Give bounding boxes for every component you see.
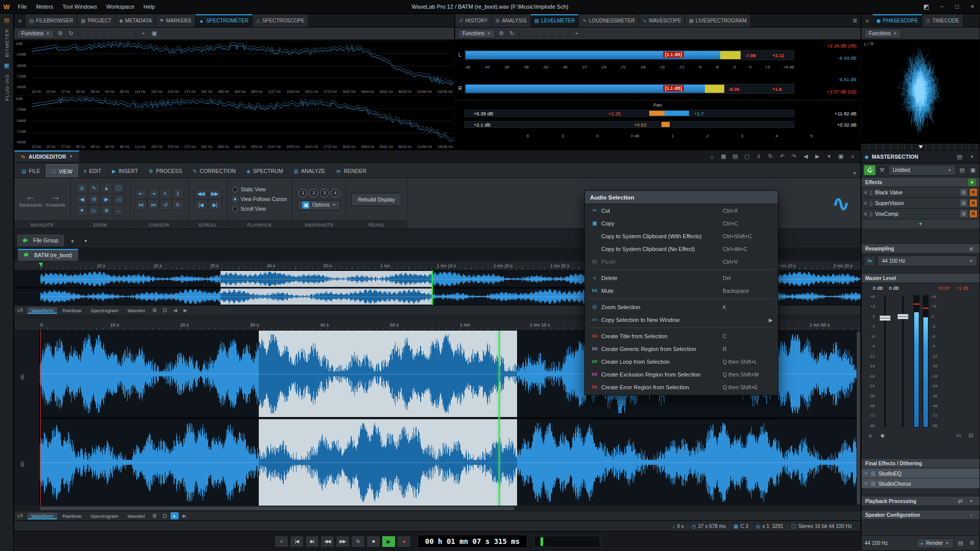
chevron-down-icon[interactable]: ▼ — [967, 496, 976, 506]
menu-item-delete[interactable]: ×DeleteDel — [585, 271, 778, 284]
radio-static-view[interactable]: Static View — [232, 186, 287, 193]
fader-handle[interactable] — [879, 315, 891, 321]
solo-button[interactable]: S — [960, 199, 967, 207]
view-tab-waveform[interactable]: Waveform — [28, 513, 58, 519]
rebuild-display-button[interactable]: Rebuild Display — [351, 193, 402, 206]
menu-meters[interactable]: Meters — [32, 0, 58, 13]
cursor-icon[interactable]: ↖ — [160, 188, 172, 199]
menu-help[interactable]: Help — [139, 0, 160, 13]
triangle-right-icon[interactable]: ▷ — [88, 205, 100, 216]
meter-option-icon[interactable]: ○ — [537, 31, 544, 36]
tab-livespectrogram[interactable]: ▩LIVESPECTROGRAM — [685, 14, 750, 27]
view-tab-waveform[interactable]: Waveform — [28, 307, 58, 314]
snapshot-3-button[interactable]: 3 — [320, 189, 329, 197]
vertical-scrollbar[interactable] — [856, 331, 861, 506]
panel-menu-icon[interactable]: ≡ — [14, 14, 26, 27]
panel-menu-icon[interactable]: ≣ — [849, 14, 861, 27]
menu-workspace[interactable]: Workspace — [102, 0, 139, 13]
loop-button[interactable]: ↻ — [351, 536, 365, 547]
triangle-down-icon[interactable]: ▼ — [76, 205, 88, 216]
edit-cursor[interactable] — [40, 331, 41, 506]
view-tab-spectrogram[interactable]: Spectrogram — [86, 307, 122, 314]
bypass-button[interactable]: R — [970, 189, 977, 196]
snapshot-options-button[interactable]: ▣ Options ▼ — [298, 200, 340, 210]
menu-icon[interactable]: ≡ — [864, 211, 867, 217]
menu-item-create-generic-region-from-selection[interactable]: ⋈Create Generic Region from SelectionR — [585, 342, 778, 355]
scrollbar-thumb[interactable] — [40, 507, 514, 510]
new-file-icon[interactable]: ▤ — [729, 152, 741, 162]
add-effect-icon[interactable]: + — [968, 179, 976, 186]
tab-view[interactable]: ▢VIEW — [46, 164, 78, 178]
record-button[interactable]: ● — [397, 536, 411, 547]
plugins-icon[interactable]: ▦ — [4, 62, 9, 69]
master-fader-left[interactable] — [877, 295, 893, 428]
add-slot-button[interactable]: + — [862, 219, 979, 229]
tab-history[interactable]: ↺HISTORY — [455, 14, 492, 27]
close-icon[interactable]: × — [965, 0, 980, 13]
tab-markers[interactable]: ⚑MARKERS — [156, 14, 195, 27]
stop-button[interactable]: ■ — [366, 536, 380, 547]
skip-end-icon[interactable]: ▶| — [181, 306, 190, 315]
menu-tool-windows[interactable]: Tool Windows — [58, 0, 102, 13]
rewind-button[interactable]: ◀◀ — [321, 536, 334, 547]
tab-correction[interactable]: ✎CORRECTION — [188, 164, 241, 178]
skip-end-icon[interactable]: ▶| — [208, 199, 222, 210]
meter-option-icon[interactable]: ○ — [127, 31, 133, 36]
tab-project[interactable]: ▦PROJECT — [77, 14, 115, 27]
menu-icon[interactable]: ≡ — [865, 470, 868, 476]
meter-option-icon[interactable]: ○ — [530, 31, 536, 36]
bitmeter-strip-label[interactable]: BITMETER — [4, 29, 10, 57]
triangle-left-icon[interactable]: ◁ — [113, 194, 125, 205]
undo-icon[interactable]: ↶ — [776, 152, 788, 162]
expand-icon[interactable]: ↔ — [113, 205, 125, 216]
bypass-button[interactable]: R — [970, 210, 977, 217]
bypass-button[interactable]: R — [970, 199, 977, 207]
file-group-tab[interactable]: File Group — [16, 234, 65, 246]
gear-icon[interactable]: ⚙ — [967, 539, 976, 548]
snapshot-4-button[interactable]: 4 — [331, 189, 339, 197]
lock-icon[interactable]: ⊡ — [966, 431, 975, 440]
triangle-up-icon[interactable]: ▲ — [101, 183, 112, 193]
tab-loudnessmeter[interactable]: ✎LOUDNESSMETER — [579, 14, 639, 27]
render-button[interactable]: ▸ Render ▼ — [916, 538, 954, 548]
chevron-down-icon[interactable]: ▼ — [80, 235, 91, 246]
add-file-group-button[interactable]: + — [67, 235, 78, 246]
functions-button[interactable]: Functions▼ — [864, 29, 901, 38]
step-forward-icon[interactable]: ⇥ — [148, 188, 159, 199]
meter-option-icon[interactable]: ○ — [545, 31, 551, 36]
minimize-icon[interactable]: − — [934, 0, 949, 13]
skip-end-icon[interactable]: ▶| — [180, 511, 189, 520]
snapshot-1-button[interactable]: 1 — [299, 189, 307, 197]
menu-item-copy-to-system-clipboard-with-effects[interactable]: Copy to System Clipboard (With Effects)C… — [585, 230, 778, 242]
dropdown-icon[interactable]: ▾ — [823, 152, 835, 162]
meter-option-icon[interactable]: ○ — [522, 31, 528, 36]
menu-icon[interactable]: ≡ — [864, 201, 867, 206]
refresh-icon[interactable]: ↻ — [66, 29, 76, 38]
radio-scroll-view[interactable]: Scroll View — [232, 205, 287, 213]
document-tab-batm[interactable]: BATM (re_boot) — [17, 248, 79, 261]
menu-item-mute[interactable]: ⋈MuteBackspace — [585, 284, 778, 297]
solo-button[interactable]: S — [960, 210, 967, 217]
bowtie-icon[interactable]: ⋈ — [148, 199, 159, 210]
reset-icon[interactable]: ⇤ — [572, 29, 581, 38]
snapshot-2-button[interactable]: 2 — [309, 189, 318, 197]
magnet-icon[interactable]: Ω — [160, 306, 169, 315]
tab-phasescope[interactable]: ◉PHASESCOPE — [873, 14, 922, 27]
audition-icon[interactable]: ▸ — [170, 512, 179, 519]
forwards-button[interactable]: → Forwards — [46, 191, 65, 208]
view-tab-wavelet[interactable]: Wavelet — [124, 307, 149, 314]
power-button[interactable] — [864, 165, 876, 176]
tab-filebrowser[interactable]: ▤FILEBROWSER — [26, 14, 77, 27]
master-fader-right[interactable] — [895, 295, 911, 428]
functions-button[interactable]: Functions▼ — [17, 29, 54, 38]
chevron-down-icon[interactable]: ▼ — [967, 152, 976, 161]
redo-icon[interactable]: ↷ — [788, 152, 800, 162]
horizontal-scrollbar[interactable] — [14, 506, 861, 511]
gear-icon[interactable]: ⚙ — [56, 29, 65, 38]
monitor-file-icon[interactable]: ▤ — [956, 539, 965, 548]
loop-ccw-icon[interactable]: ↺ — [160, 199, 172, 210]
tab-spectroscope[interactable]: △SPECTROSCOPE — [253, 14, 309, 27]
menu-icon[interactable]: ≡ — [864, 190, 867, 195]
wrench-icon[interactable]: ⚒ — [877, 166, 887, 175]
effect-slot-black-valve[interactable]: ≡▯Black ValveSR — [862, 187, 979, 198]
